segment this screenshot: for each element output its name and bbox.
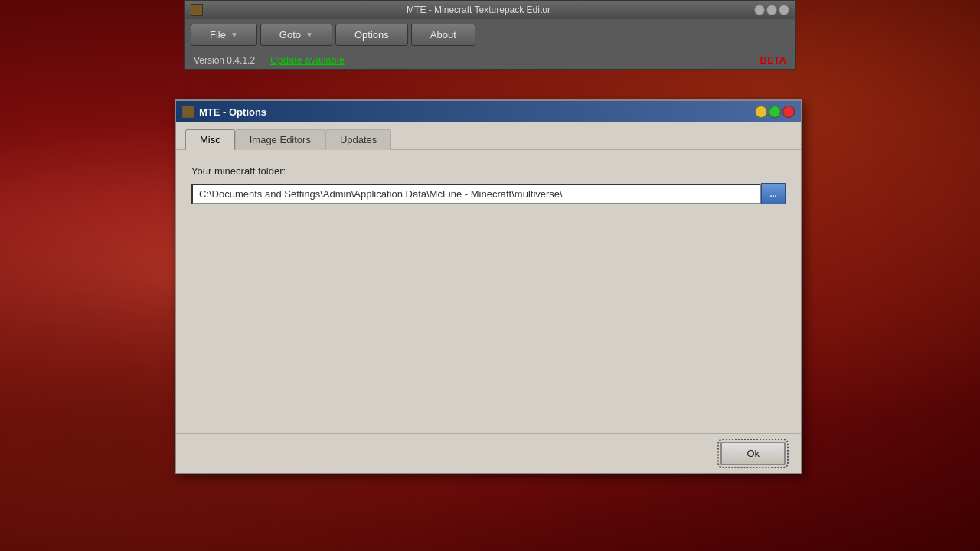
options-app-icon [182,106,194,118]
options-content: Your minecraft folder: ... [176,150,801,433]
options-titlebar: MTE - Options [176,101,801,122]
ok-button[interactable]: Ok [720,442,786,465]
goto-menu-button[interactable]: Goto ▼ [260,24,332,46]
options-dialog: MTE - Options Misc Image Editors Updates… [175,99,802,474]
close-button[interactable] [779,5,789,15]
options-window-controls [755,106,795,118]
tab-image-editors[interactable]: Image Editors [235,129,325,150]
file-menu-button[interactable]: File ▼ [191,24,257,46]
update-link[interactable]: Update available [270,54,345,66]
main-window-controls [754,5,789,15]
main-window: MTE - Minecraft Texturepack Editor File … [184,0,796,70]
options-dialog-title: MTE - Options [199,106,266,118]
browse-button[interactable]: ... [761,183,786,204]
tab-bar: Misc Image Editors Updates [176,122,801,150]
main-titlebar: MTE - Minecraft Texturepack Editor [185,1,795,19]
tab-updates[interactable]: Updates [325,129,391,150]
main-toolbar: File ▼ Goto ▼ Options About [185,19,795,51]
options-close-button[interactable] [782,106,795,118]
options-footer: Ok [176,433,801,473]
minimize-button[interactable] [754,5,765,15]
file-menu-arrow: ▼ [230,31,238,39]
options-maximize-button[interactable] [769,106,781,118]
main-statusbar: Version 0.4.1.2 Update available BETA [185,51,795,69]
folder-label: Your minecraft folder: [191,165,786,177]
main-app-icon [191,4,203,16]
about-menu-button[interactable]: About [411,24,475,46]
options-minimize-button[interactable] [755,106,767,118]
main-window-title: MTE - Minecraft Texturepack Editor [203,5,754,15]
path-row: ... [191,183,786,204]
options-menu-button[interactable]: Options [335,24,408,46]
tab-misc[interactable]: Misc [185,129,235,150]
minecraft-folder-input[interactable] [191,184,761,204]
beta-label: BETA [760,54,786,66]
version-label: Version 0.4.1.2 [194,55,255,66]
goto-menu-arrow: ▼ [305,31,313,39]
maximize-button[interactable] [766,5,777,15]
